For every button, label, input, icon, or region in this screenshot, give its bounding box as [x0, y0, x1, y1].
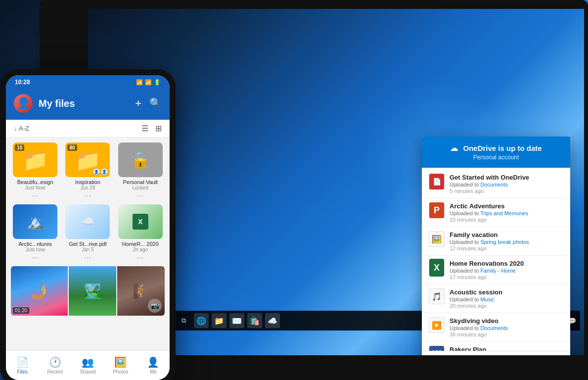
photo-strip[interactable]: 🤳 01:20 🏞️ 🧗 📷: [11, 266, 165, 316]
add-file-icon[interactable]: +: [135, 97, 141, 110]
photo-landscape[interactable]: 🏞️: [69, 266, 116, 316]
sort-right: ☰ ⊞: [141, 124, 162, 133]
file-item-vault[interactable]: 🔒 Personal Vault Locked ···: [116, 142, 165, 199]
od-item-link-4[interactable]: Family - Home: [480, 268, 516, 274]
file-thumb-onedrive: ☁️: [65, 204, 110, 239]
battery-icon: 🔋: [154, 79, 161, 86]
explorer-icon[interactable]: 📁: [212, 313, 226, 328]
file-badge-inspiration: 80: [67, 144, 77, 151]
phone-sort-bar: ↓ A-Z ☰ ⊞: [6, 120, 170, 138]
file-date-vault: Locked: [133, 185, 148, 190]
onedrive-popup: ☁ OneDrive is up to date Personal accoun…: [422, 137, 570, 355]
person-icon-1: 👤: [93, 168, 100, 175]
photo-portrait[interactable]: 🧗 📷: [117, 266, 165, 316]
od-item-desc-3: Uploaded to Spring break photos: [450, 239, 563, 245]
file-item-homer[interactable]: X HomeR... 2020 2h ago ···: [116, 204, 165, 261]
onedrive-footer: 📁 Open folder 🌐 View online ··· More: [422, 351, 570, 355]
nav-item-shared[interactable]: 👥 Shared: [71, 353, 104, 378]
sort-direction-icon: ↓: [14, 125, 17, 132]
od-item-time-1: 5 minutes ago: [450, 188, 563, 194]
od-item-name-4: Home Renovations 2020: [450, 260, 563, 267]
recent-nav-icon: 🕐: [49, 356, 61, 368]
excel-thumb-icon: X: [133, 214, 148, 230]
file-thumb-homer: X: [118, 204, 163, 239]
od-item-info-1: Get Started with OneDrive Uploaded to Do…: [450, 174, 563, 194]
signal-icon: 📶: [145, 79, 152, 86]
list-view-icon[interactable]: ☰: [141, 124, 148, 133]
od-item-time-3: 12 minutes ago: [450, 245, 563, 251]
od-item-info-3: Family vacation Uploaded to Spring break…: [450, 231, 563, 251]
od-item-desc-5: Uploaded to Music: [450, 296, 563, 302]
od-item-7[interactable]: W Bakery Plan Uploaded to Work Files 38 …: [422, 342, 570, 351]
phone-status-bar: 10:28 📶 📶 🔋: [6, 75, 170, 89]
od-item-desc-1: Uploaded to Documents: [450, 182, 563, 188]
nav-item-files[interactable]: 📄 Files: [6, 353, 39, 378]
od-item-name-3: Family vacation: [450, 231, 563, 238]
file-name-design: Beautifu..esign: [17, 179, 53, 185]
file-menu-vault[interactable]: ···: [136, 191, 144, 199]
file-thumb-vault: 🔒: [118, 142, 163, 177]
file-grid-row1: 📁 10 Beautifu..esign Just Now ··· 📁 80 👤: [11, 142, 165, 199]
file-item-onedrive-pdf[interactable]: ☁️ Get St...rive.pdf Jan 5 ···: [63, 204, 112, 261]
od-item-link-3[interactable]: Spring break photos: [480, 239, 529, 245]
shared-nav-label: Shared: [80, 369, 95, 375]
video-file-icon: ▶️: [432, 321, 442, 330]
store-icon[interactable]: 🛍️: [247, 313, 262, 328]
file-menu-design[interactable]: ···: [32, 191, 39, 199]
pdf-file-icon: 📄: [429, 174, 444, 190]
od-item-link-6[interactable]: Documents: [480, 325, 508, 331]
file-item-inspiration[interactable]: 📁 80 👤 👤 Inspiration Jun 28 ···: [63, 142, 112, 199]
recent-nav-label: Recent: [47, 369, 63, 375]
od-item-1[interactable]: 📄 Get Started with OneDrive Uploaded to …: [422, 170, 570, 198]
edge-icon[interactable]: 🌐: [194, 313, 209, 328]
files-nav-icon: 📄: [16, 356, 29, 368]
nav-item-photos[interactable]: 🖼️ Photos: [104, 353, 137, 378]
more-button[interactable]: ··· More: [521, 354, 570, 355]
file-menu-inspiration[interactable]: ···: [84, 191, 91, 199]
camera-button[interactable]: 📷: [148, 299, 162, 313]
file-menu-arctic[interactable]: ···: [32, 253, 39, 261]
phone-file-content: 📁 10 Beautifu..esign Just Now ··· 📁 80 👤: [6, 138, 170, 350]
od-item-2[interactable]: P Arctic Adventures Uploaded to Trips an…: [422, 198, 570, 227]
photos-nav-label: Photos: [113, 369, 128, 375]
od-item-info-2: Arctic Adventures Uploaded to Trips and …: [450, 202, 563, 223]
task-view-icon[interactable]: ⧉: [176, 313, 191, 328]
file-item-arctic[interactable]: 🏔️ Arctic...ntures Just now ···: [11, 204, 59, 261]
od-item-link-5[interactable]: Music: [480, 296, 495, 302]
file-menu-onedrive[interactable]: ···: [84, 253, 91, 261]
wifi-icon: 📶: [136, 79, 143, 86]
me-nav-label: Me: [150, 369, 157, 375]
file-item-design[interactable]: 📁 10 Beautifu..esign Just Now ···: [11, 142, 59, 199]
sort-label[interactable]: A-Z: [19, 125, 29, 132]
phone-header-action-icons: + 🔍: [135, 97, 162, 110]
onedrive-items-list: 📄 Get Started with OneDrive Uploaded to …: [422, 168, 570, 351]
file-name-arctic: Arctic...ntures: [19, 241, 52, 247]
excel-file-icon: X: [429, 259, 444, 277]
od-item-link-2[interactable]: Trips and Memories: [480, 210, 528, 216]
od-item-6[interactable]: ▶️ Skydiving video Uploaded to Documents…: [422, 313, 570, 342]
file-date-homer: 2h ago: [133, 247, 148, 252]
search-icon[interactable]: 🔍: [149, 97, 162, 110]
nav-item-recent[interactable]: 🕐 Recent: [39, 353, 71, 378]
od-item-name-1: Get Started with OneDrive: [450, 174, 563, 181]
od-item-5[interactable]: 🎵 Acoustic session Uploaded to Music 20 …: [422, 285, 570, 313]
file-date-inspiration: Jun 28: [80, 185, 95, 190]
od-item-3[interactable]: 🖼️ Family vacation Uploaded to Spring br…: [422, 227, 570, 256]
onedrive-header: ☁ OneDrive is up to date Personal accoun…: [422, 137, 570, 168]
photo-time-label: 01:20: [13, 307, 29, 314]
od-item-time-5: 20 minutes ago: [450, 303, 563, 309]
mail-icon[interactable]: ✉️: [229, 313, 244, 328]
photos-nav-icon: 🖼️: [114, 356, 127, 368]
shared-nav-icon: 👥: [82, 356, 94, 368]
file-menu-homer[interactable]: ···: [136, 253, 144, 261]
grid-view-icon[interactable]: ⊞: [155, 124, 162, 133]
photo-selfie[interactable]: 🤳 01:20: [11, 266, 68, 316]
user-avatar[interactable]: 👤: [14, 94, 33, 113]
nav-item-me[interactable]: 👤 Me: [137, 353, 170, 378]
od-item-4[interactable]: X Home Renovations 2020 Uploaded to Fami…: [422, 256, 570, 285]
od-item-desc-4: Uploaded to Family - Home: [450, 268, 563, 274]
onedrive-taskbar-icon[interactable]: ☁️: [265, 313, 280, 328]
od-item-link-1[interactable]: Documents: [480, 182, 508, 188]
folder-icon-design: 📁: [22, 148, 48, 172]
file-thumb-design: 📁 10: [13, 142, 57, 177]
